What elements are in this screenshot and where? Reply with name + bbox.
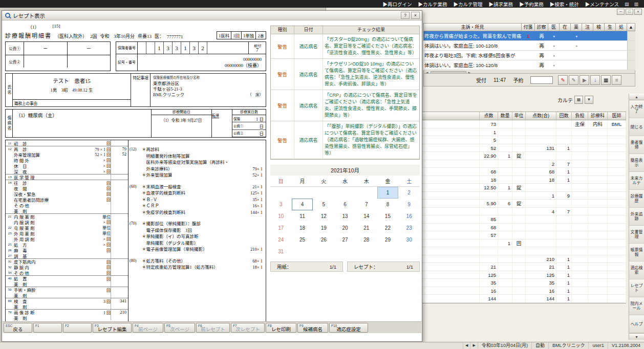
calendar-day[interactable]: 11 [292,210,313,222]
detail-column-header[interactable]: 負担 [572,112,588,120]
monitor-icon[interactable]: ▥ [631,2,641,7]
soap-column-header[interactable]: 主訴・所見 [423,23,522,31]
calendar-day[interactable] [292,246,313,257]
sidebar-button[interactable]: 文書管理 [629,226,644,244]
detail-column-header[interactable]: 点数(合) [526,112,556,120]
vertical-scrollbar[interactable] [627,41,635,50]
calendar-day[interactable] [292,187,313,199]
check-result-row[interactable]: 警告 適応病名 「「腹部」単純撮影（デジタル撮影）」の適応について傷病名、算定日… [271,121,419,159]
calendar-day[interactable]: 29 [377,234,399,246]
detail-column-header[interactable]: 回数 [556,112,572,120]
calendar-day[interactable]: 16 [398,210,420,222]
function-key-button[interactable]: F5 次ページ [164,323,195,333]
calendar-day[interactable] [398,246,420,257]
calendar-day[interactable]: 1 [377,187,399,199]
soap-column-header[interactable]: 在 [560,23,571,31]
calendar-day[interactable] [356,246,377,257]
sidebar-button[interactable]: 外来追跡 [629,208,644,226]
calendar-day[interactable]: 24 [270,234,292,246]
detail-column-header[interactable]: 単位 [512,112,526,120]
top-menu-item[interactable]: ▶カルテ管理 [450,1,486,8]
calendar-day[interactable]: 2 [398,187,420,199]
calendar-day[interactable]: 3 [270,199,292,210]
sidebar-button[interactable]: 帳票情報 [629,244,644,261]
sidebar-button[interactable]: 簡易表示 [629,154,644,172]
calendar-day[interactable]: 28 [356,234,377,246]
calendar-day[interactable]: 5 [313,199,334,210]
sidebar-button[interactable]: 診療履歴 [629,190,644,208]
top-menu-item[interactable]: ▶請求業務 [486,1,517,8]
calendar-day[interactable]: 23 [398,222,420,234]
reception-tool-icon[interactable]: ▶ [579,75,589,85]
status-prev-icon[interactable]: ◀ [463,342,470,349]
sidebar-button[interactable]: 入力終了 [629,100,644,118]
reception-tool-icon[interactable]: ≡ [612,75,621,85]
soap-row[interactable]: 昨夜から胃痛が始まった。胃薬を飲んで胃痛 1 再 ● ● [423,31,635,41]
function-key-button[interactable]: F1 [33,323,62,333]
sidebar-button[interactable]: レセプト [629,279,644,297]
sidebar-button[interactable]: 閉じる [629,118,644,136]
top-menu-item[interactable]: ▶検索・統計 [547,1,582,8]
calendar-day[interactable]: 15 [377,210,399,222]
soap-column-header[interactable]: 生 [605,23,616,31]
calendar-day[interactable] [334,187,356,199]
calendar-day[interactable]: 9 [398,199,420,210]
top-menu-item[interactable]: ▶メンテナンス [582,1,622,8]
soap-row[interactable]: 昨夜より嘔吐3回。下痢; 水様便5回食事が 再 ● [423,51,635,60]
detail-column-header[interactable]: 数量 [498,112,512,120]
calendar-day[interactable] [270,187,292,199]
calendar-day[interactable]: 13 [334,210,356,222]
status-next-icon[interactable]: ▶ [470,342,477,349]
karte-grid-icon[interactable]: ▦ [574,96,583,104]
toolbar-scroll-down-icon[interactable]: ▼ [629,333,644,340]
sidebar-button[interactable]: 院内メール [629,297,644,315]
help-button[interactable]: ? [401,12,410,19]
reception-tool-icon[interactable]: ▦ [601,75,611,85]
karte-dropdown-icon[interactable]: ▼ [585,96,593,104]
calendar-day[interactable]: 21 [356,222,377,234]
sidebar-button[interactable]: 未来カルテ [629,172,644,190]
window-titlebar[interactable]: レセプト表示 ? × [2,11,422,20]
scroll-up-icon[interactable]: ▲ [627,23,635,31]
calendar-day[interactable] [377,246,399,257]
vertical-scrollbar[interactable] [627,51,635,60]
calendar-day[interactable]: 17 [270,222,292,234]
calendar-day[interactable]: 31 [270,246,292,257]
calendar-day[interactable]: 10 [270,210,292,222]
vertical-scrollbar[interactable] [627,60,635,70]
top-menu-item[interactable]: ▶カルテ業務 [415,1,450,8]
soap-row[interactable]: 体調はいい。家庭血圧: 100-120/8 再 ● [423,60,635,70]
soap-column-header[interactable]: 薬 [571,23,582,31]
soap-column-header[interactable]: 付箋 [522,23,535,31]
soap-row[interactable]: 体調はいい。家庭血圧: 100-120/8 再 ● ● [423,41,635,51]
top-menu-item[interactable]: ▶予約業務 [516,1,547,8]
sidebar-button[interactable]: ヘルプ [629,315,644,333]
calendar-day[interactable]: 27 [334,234,356,246]
soap-column-header[interactable]: 診察 [535,23,548,31]
reception-tool-icon[interactable]: ↓ [590,75,600,85]
close-window-button[interactable]: × [634,9,642,15]
sidebar-button[interactable]: 適応検索 [629,261,644,279]
calendar-day[interactable]: 26 [313,234,334,246]
soap-column-header[interactable]: 処 [616,23,627,31]
calendar-day[interactable]: 30 [398,234,420,246]
maximize-button[interactable]: □ [626,9,633,15]
calendar-day[interactable] [313,187,334,199]
calendar-day[interactable]: 4 [292,199,313,210]
function-key-button[interactable]: F9 候補病名 [297,323,328,333]
soap-column-header[interactable]: 注 [582,23,593,31]
calendar-day[interactable] [313,246,334,257]
detail-column-header[interactable]: 医師 [608,112,626,120]
reception-tool-icon[interactable]: ✎ [569,75,578,85]
check-result-row[interactable]: 警告 適応病名 「ガスターD錠20mg」の適応について傷病名、算定日等をご確認く… [271,34,419,59]
download-icon[interactable]: ▤ [622,2,632,7]
check-result-row[interactable]: 警告 適応病名 「CRP」の適応について傷病名、算定日等をご確認ください（適応病… [271,90,419,121]
calendar-day[interactable] [334,246,356,257]
function-key-button[interactable]: F8 レセ印刷 [266,323,296,333]
reception-tool-icon[interactable]: ✎ [558,75,568,85]
calendar-day[interactable]: 12 [313,210,334,222]
vertical-scrollbar[interactable] [627,31,635,40]
function-key-button[interactable]: ESC 戻る [4,323,32,333]
calendar-day[interactable] [356,187,377,199]
calendar-day[interactable]: 6 [334,199,356,210]
